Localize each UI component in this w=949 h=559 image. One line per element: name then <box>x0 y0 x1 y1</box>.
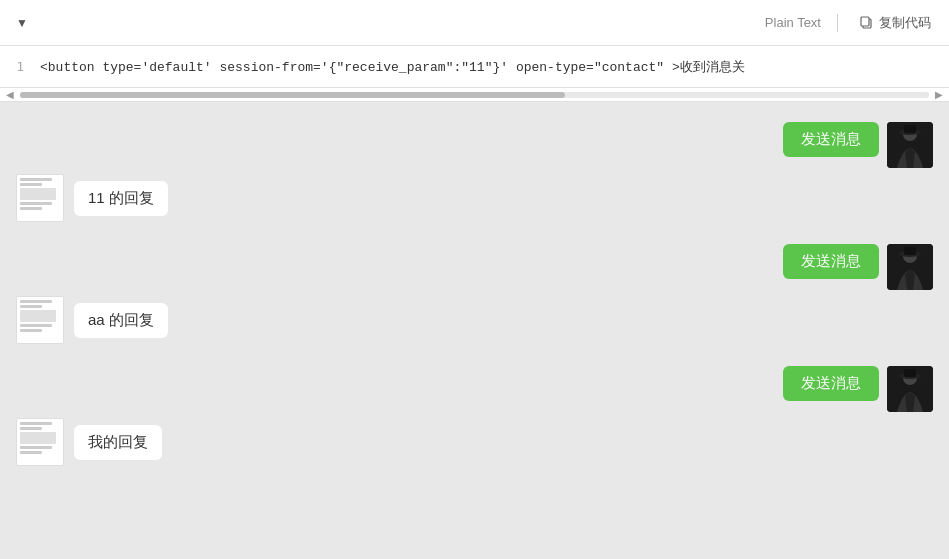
reply-bubble-3: 我的回复 <box>16 418 162 466</box>
avatar-3 <box>887 366 933 412</box>
thumb-line <box>20 183 42 186</box>
code-area: 1 <button type='default' session-from='{… <box>0 46 949 88</box>
thumb-line <box>20 427 42 430</box>
toolbar-left: ▼ <box>12 13 32 33</box>
message-group-1: 发送消息 <box>16 122 933 236</box>
scrollbar-area[interactable]: ◀ ▶ <box>0 88 949 102</box>
send-button-3[interactable]: 发送消息 <box>783 366 879 401</box>
incoming-row-1: 11 的回复 <box>16 174 933 222</box>
svg-rect-9 <box>904 247 916 255</box>
scroll-right-arrow[interactable]: ▶ <box>933 89 945 100</box>
thumb-line <box>20 300 52 303</box>
send-button-1[interactable]: 发送消息 <box>783 122 879 157</box>
incoming-row-2: aa 的回复 <box>16 296 933 344</box>
thumb-line <box>20 305 42 308</box>
outgoing-row-3: 发送消息 <box>16 366 933 412</box>
svg-rect-5 <box>904 125 916 133</box>
scroll-track[interactable] <box>20 92 929 98</box>
chat-area: 发送消息 <box>0 102 949 559</box>
scroll-left-arrow[interactable]: ◀ <box>4 89 16 100</box>
copy-icon <box>860 16 874 30</box>
thumb-img-area <box>20 310 56 322</box>
outgoing-row-1: 发送消息 <box>16 122 933 168</box>
svg-rect-1 <box>861 17 869 26</box>
copy-code-button[interactable]: 复制代码 <box>854 10 937 36</box>
message-group-2: 发送消息 <box>16 244 933 358</box>
dropdown-icon: ▼ <box>16 16 28 30</box>
copy-code-label: 复制代码 <box>879 14 931 32</box>
outgoing-row-2: 发送消息 <box>16 244 933 290</box>
thumb-line <box>20 451 42 454</box>
plain-text-label: Plain Text <box>765 15 821 30</box>
toolbar-right: Plain Text 复制代码 <box>765 10 937 36</box>
avatar-1 <box>887 122 933 168</box>
reply-text-1: 11 的回复 <box>74 181 168 216</box>
thumb-img-area <box>20 188 56 200</box>
reply-text-2: aa 的回复 <box>74 303 168 338</box>
avatar-2 <box>887 244 933 290</box>
reply-bubble-1: 11 的回复 <box>16 174 168 222</box>
incoming-row-3: 我的回复 <box>16 418 933 466</box>
message-group-3: 发送消息 <box>16 366 933 480</box>
thumb-img-area <box>20 432 56 444</box>
reply-thumbnail-3 <box>16 418 64 466</box>
toolbar-divider <box>837 14 838 32</box>
thumb-line <box>20 178 52 181</box>
reply-bubble-2: aa 的回复 <box>16 296 168 344</box>
thumb-line <box>20 446 52 449</box>
thumb-line <box>20 207 42 210</box>
thumb-line <box>20 329 42 332</box>
reply-text-3: 我的回复 <box>74 425 162 460</box>
reply-thumbnail-2 <box>16 296 64 344</box>
svg-rect-13 <box>904 369 916 377</box>
dropdown-button[interactable]: ▼ <box>12 13 32 33</box>
toolbar: ▼ Plain Text 复制代码 <box>0 0 949 46</box>
thumb-line <box>20 202 52 205</box>
reply-thumbnail-1 <box>16 174 64 222</box>
send-button-2[interactable]: 发送消息 <box>783 244 879 279</box>
line-number: 1 <box>0 59 40 74</box>
code-content: <button type='default' session-from='{"r… <box>40 58 949 76</box>
thumb-line <box>20 422 52 425</box>
scroll-thumb[interactable] <box>20 92 565 98</box>
thumb-line <box>20 324 52 327</box>
